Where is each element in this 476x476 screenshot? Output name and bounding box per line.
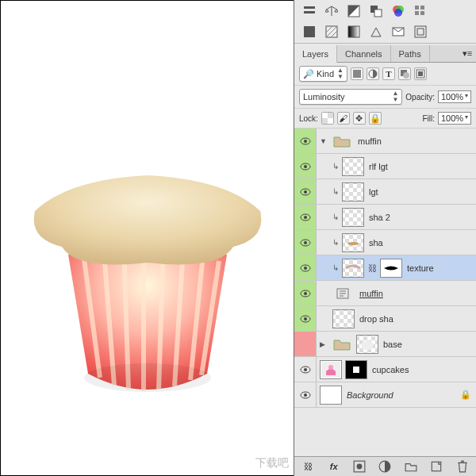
layer-name: texture	[405, 263, 434, 273]
twisty-icon[interactable]: ▼	[320, 137, 328, 145]
fill-input[interactable]: 100%▾	[438, 112, 471, 125]
svg-rect-21	[304, 26, 315, 37]
align-icon[interactable]	[302, 5, 317, 17]
visibility-toggle[interactable]	[294, 281, 317, 305]
panel-menu-icon[interactable]: ▾≡	[459, 45, 476, 62]
layer-thumb[interactable]	[320, 360, 342, 379]
opacity-input[interactable]: 100%▾	[438, 90, 471, 103]
top-icon-row-1	[294, 0, 476, 21]
envelope-icon[interactable]	[391, 25, 405, 38]
svg-rect-13	[374, 10, 382, 17]
layer-thumb[interactable]	[342, 157, 364, 176]
new-group-icon[interactable]	[405, 460, 417, 473]
layer-name: drop sha	[358, 314, 393, 324]
layer-thumb[interactable]	[332, 309, 355, 328]
svg-rect-36	[328, 118, 333, 124]
svg-point-16	[394, 9, 402, 17]
svg-rect-19	[415, 11, 419, 15]
filter-smart-icon[interactable]	[414, 67, 427, 80]
filter-pixel-icon[interactable]	[351, 67, 363, 80]
contrast-icon[interactable]	[347, 5, 361, 17]
layer-group-base[interactable]: ▶ base	[294, 332, 476, 357]
layer-sha2[interactable]: ↳ sha 2	[294, 205, 476, 230]
grid-icon[interactable]	[413, 5, 428, 17]
fx-icon[interactable]: fx	[328, 460, 340, 473]
filter-type-icon[interactable]: T	[382, 67, 395, 80]
scales-icon[interactable]	[324, 5, 339, 17]
svg-rect-28	[353, 70, 361, 78]
lock-paint-icon[interactable]: 🖌	[337, 112, 350, 125]
channels-rgb-icon[interactable]	[391, 5, 405, 17]
visibility-toggle[interactable]	[294, 205, 317, 229]
layer-thumb[interactable]	[342, 208, 364, 227]
frame-icon[interactable]	[413, 25, 428, 38]
panel-tabs: Layers Channels Paths ▾≡	[294, 45, 476, 63]
filter-adjust-icon[interactable]	[367, 67, 379, 80]
svg-point-54	[304, 317, 307, 321]
visibility-toggle[interactable]	[294, 230, 317, 255]
layer-name: cupcakes	[370, 365, 409, 374]
lock-position-icon[interactable]: ✥	[353, 112, 366, 125]
visibility-toggle[interactable]	[294, 306, 317, 331]
clip-icon: ↳	[332, 263, 339, 272]
visibility-toggle[interactable]	[294, 179, 317, 204]
visibility-toggle[interactable]	[294, 255, 317, 280]
layer-sha[interactable]: ↳ sha	[294, 230, 476, 255]
layer-background[interactable]: Background 🔒	[294, 382, 476, 408]
tab-paths[interactable]: Paths	[391, 45, 430, 62]
layer-thumb[interactable]	[342, 259, 364, 278]
svg-rect-10	[304, 11, 315, 13]
layer-lgt[interactable]: ↳ lgt	[294, 179, 476, 205]
layer-thumb[interactable]	[342, 233, 364, 252]
delete-layer-icon[interactable]	[456, 460, 469, 473]
layers-footer: ⛓ fx	[294, 456, 476, 476]
svg-rect-9	[304, 6, 315, 9]
layer-muffin-link[interactable]: muffin	[294, 281, 476, 306]
clip-icon: ↳	[332, 213, 339, 221]
twisty-icon[interactable]: ▶	[320, 340, 328, 348]
lock-transparent-icon[interactable]	[321, 112, 334, 125]
filter-shape-icon[interactable]	[398, 67, 411, 80]
layer-thumb[interactable]	[320, 386, 342, 405]
svg-point-42	[304, 190, 307, 194]
layer-mask-thumb[interactable]	[345, 360, 367, 379]
visibility-toggle[interactable]	[294, 357, 317, 382]
svg-point-38	[304, 140, 307, 143]
svg-rect-18	[420, 6, 424, 10]
svg-point-31	[403, 72, 409, 79]
add-mask-icon[interactable]	[353, 460, 366, 473]
new-layer-icon[interactable]	[430, 460, 443, 473]
visibility-toggle[interactable]	[294, 129, 317, 153]
link-layers-icon[interactable]: ⛓	[301, 460, 314, 473]
layer-group-muffin[interactable]: ▼ muffin	[294, 129, 476, 154]
levels-icon[interactable]	[369, 25, 383, 38]
blend-mode-select[interactable]: Luminosity ▲▼	[299, 89, 402, 105]
hatch-icon[interactable]	[324, 25, 339, 38]
tab-channels[interactable]: Channels	[337, 45, 390, 62]
svg-rect-35	[322, 113, 328, 118]
vector-icon	[332, 284, 355, 303]
svg-point-60	[304, 393, 307, 397]
layer-thumb[interactable]	[342, 182, 364, 202]
adjustment-layer-icon[interactable]	[378, 460, 391, 473]
layer-mask-thumb[interactable]	[380, 259, 402, 278]
link-icon[interactable]: ⛓	[367, 263, 377, 273]
layer-rlf-lgt[interactable]: ↳ rlf lgt	[294, 154, 476, 179]
layer-thumb[interactable]	[356, 335, 378, 354]
filter-kind-select[interactable]: 🔎 Kind ▲▼	[299, 66, 347, 82]
gradient2-icon[interactable]	[347, 25, 361, 38]
tab-layers[interactable]: Layers	[294, 45, 337, 63]
layers-list: ▼ muffin ↳ rlf lgt ↳ lgt ↳ sha 2	[294, 129, 476, 456]
overlap-icon[interactable]	[369, 5, 383, 17]
layer-cupcakes[interactable]: cupcakes	[294, 357, 476, 382]
visibility-toggle[interactable]	[294, 154, 317, 178]
layer-texture[interactable]: ↳ ⛓ texture	[294, 255, 476, 281]
cupcake-image	[21, 152, 274, 405]
lock-all-icon[interactable]: 🔒	[369, 112, 382, 125]
layer-drop-sha[interactable]: drop sha	[294, 306, 476, 332]
svg-rect-20	[420, 11, 424, 15]
lock-icon: 🔒	[460, 390, 471, 400]
gradient1-icon[interactable]	[302, 25, 317, 38]
visibility-toggle[interactable]	[294, 382, 317, 407]
visibility-toggle[interactable]	[294, 332, 317, 356]
